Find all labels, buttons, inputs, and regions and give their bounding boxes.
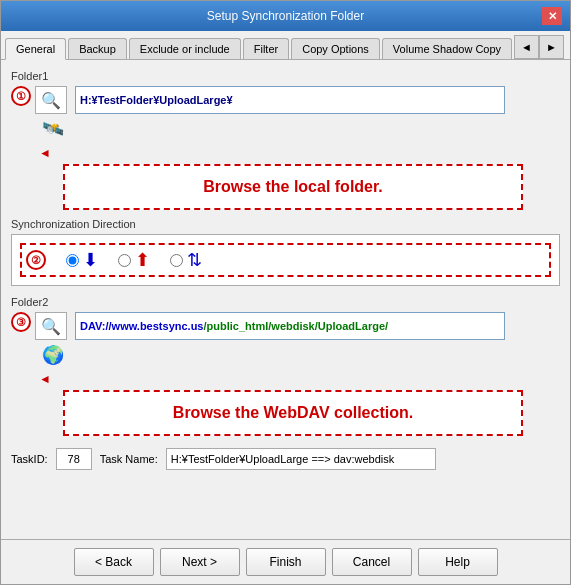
content-area: Folder1 ① 🔍 🛰️ ◄ Browse the local folder… — [1, 60, 570, 539]
tab-arrow-right[interactable]: ► — [539, 35, 564, 59]
close-button[interactable]: ✕ — [542, 7, 562, 25]
back-button[interactable]: < Back — [74, 548, 154, 576]
window-title: Setup Synchronization Folder — [29, 9, 542, 23]
radio-download[interactable]: ⬇ — [66, 249, 98, 271]
both-arrow-icon: ⇅ — [187, 249, 202, 271]
cancel-button[interactable]: Cancel — [332, 548, 412, 576]
globe-icon: 🌍 — [35, 344, 71, 366]
finish-button[interactable]: Finish — [246, 548, 326, 576]
sync-direction-container: ② ⬇ ⬆ ⇅ — [11, 234, 560, 286]
folder1-path-input[interactable] — [75, 86, 505, 114]
folder2-browse-button[interactable]: 🔍 — [35, 312, 67, 340]
webdav-url-base: DAV://www.bestsync.us — [80, 320, 203, 332]
tab-general[interactable]: General — [5, 38, 66, 60]
tab-volume-shadow[interactable]: Volume Shadow Copy — [382, 38, 512, 59]
tab-copy-options[interactable]: Copy Options — [291, 38, 380, 59]
step3-badge: ③ — [11, 312, 31, 332]
taskname-label: Task Name: — [100, 453, 158, 465]
help-button[interactable]: Help — [418, 548, 498, 576]
satellite-icon: 🛰️ — [35, 118, 71, 140]
tab-arrow-left[interactable]: ◄ — [514, 35, 539, 59]
folder1-hint-box: Browse the local folder. — [63, 164, 523, 210]
tab-backup[interactable]: Backup — [68, 38, 127, 59]
folder2-row: ③ 🔍 🌍 DAV://www.bestsync.us /public_html… — [11, 312, 560, 366]
search-icon-2: 🔍 — [41, 317, 61, 336]
folder1-btn-col: 🔍 🛰️ — [35, 86, 71, 140]
folder2-label: Folder2 — [11, 296, 560, 308]
tab-exclude-include[interactable]: Exclude or include — [129, 38, 241, 59]
upload-arrow-icon: ⬆ — [135, 249, 150, 271]
folder1-hint-wrapper: ◄ Browse the local folder. — [37, 146, 560, 210]
folder1-browse-button[interactable]: 🔍 — [35, 86, 67, 114]
title-bar: Setup Synchronization Folder ✕ — [1, 1, 570, 31]
folder2-hint-arrow: ◄ — [39, 372, 560, 386]
folder2-hint-box: Browse the WebDAV collection. — [63, 390, 523, 436]
sync-options-row: ② ⬇ ⬆ ⇅ — [20, 243, 551, 277]
radio-upload[interactable]: ⬆ — [118, 249, 150, 271]
folder2-hint-wrapper: ◄ Browse the WebDAV collection. — [37, 372, 560, 436]
footer: < Back Next > Finish Cancel Help — [1, 539, 570, 584]
task-row: TaskID: Task Name: — [11, 444, 560, 474]
folder1-row: ① 🔍 🛰️ — [11, 86, 560, 140]
radio-upload-input[interactable] — [118, 254, 131, 267]
step1-badge: ① — [11, 86, 31, 106]
folder2-btn-col: 🔍 🌍 — [35, 312, 71, 366]
radio-both-input[interactable] — [170, 254, 183, 267]
taskname-input[interactable] — [166, 448, 436, 470]
tabs-bar: General Backup Exclude or include Filter… — [1, 31, 570, 60]
next-button[interactable]: Next > — [160, 548, 240, 576]
radio-download-input[interactable] — [66, 254, 79, 267]
sync-direction-label: Synchronization Direction — [11, 218, 560, 230]
folder1-label: Folder1 — [11, 70, 560, 82]
step2-badge: ② — [26, 250, 46, 270]
taskid-label: TaskID: — [11, 453, 48, 465]
folder1-hint-arrow: ◄ — [39, 146, 560, 160]
download-arrow-icon: ⬇ — [83, 249, 98, 271]
tab-filter[interactable]: Filter — [243, 38, 289, 59]
webdav-url-path: /public_html/webdisk/UploadLarge/ — [203, 320, 388, 332]
folder2-path-display[interactable]: DAV://www.bestsync.us /public_html/webdi… — [75, 312, 505, 340]
radio-both[interactable]: ⇅ — [170, 249, 202, 271]
main-window: Setup Synchronization Folder ✕ General B… — [0, 0, 571, 585]
search-icon: 🔍 — [41, 91, 61, 110]
taskid-input[interactable] — [56, 448, 92, 470]
